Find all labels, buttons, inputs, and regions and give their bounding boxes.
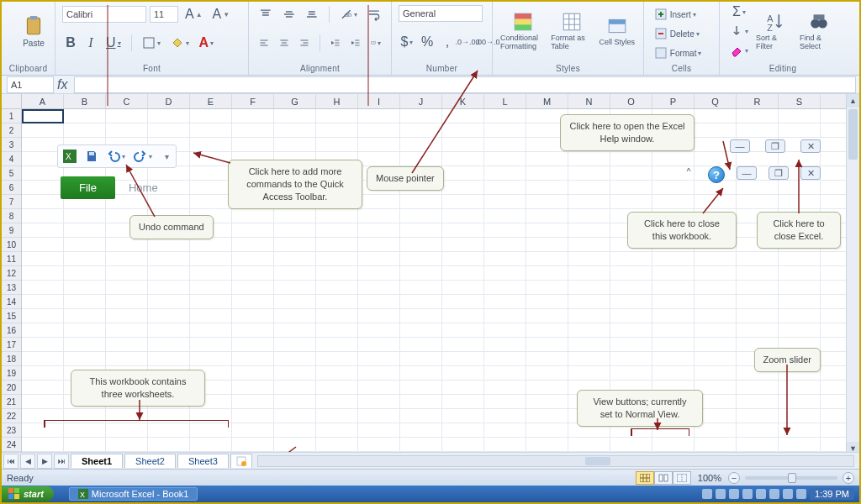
column-header[interactable]: S — [779, 94, 821, 108]
file-tab[interactable]: File — [61, 176, 115, 199]
restore-excel-button[interactable]: ❐ — [765, 139, 785, 153]
row-header[interactable]: 10 — [2, 238, 21, 252]
row-header[interactable]: 13 — [2, 281, 21, 295]
increase-decimal-button[interactable]: .0→.00 — [459, 33, 476, 51]
save-button[interactable] — [82, 147, 102, 165]
column-header[interactable]: I — [358, 94, 400, 108]
row-header[interactable]: 7 — [2, 195, 21, 209]
format-button[interactable]: Format▾ — [651, 44, 720, 62]
align-right-button[interactable] — [296, 34, 313, 52]
tray-icon[interactable] — [783, 489, 793, 499]
row-header[interactable]: 2 — [2, 123, 21, 138]
sort-filter-button[interactable]: AZ Sort & Filter — [755, 5, 795, 57]
row-header[interactable]: 14 — [2, 295, 21, 309]
tray-icon[interactable] — [756, 489, 766, 499]
row-header[interactable]: 17 — [2, 338, 21, 352]
align-left-button[interactable] — [256, 34, 272, 52]
excel-app-icon[interactable]: X — [60, 147, 80, 165]
currency-button[interactable]: $▾ — [399, 33, 415, 51]
insert-button[interactable]: Insert▾ — [651, 5, 720, 24]
delete-button[interactable]: Delete▾ — [651, 24, 720, 43]
percent-button[interactable]: % — [419, 33, 436, 51]
column-header[interactable]: L — [484, 94, 526, 108]
column-header[interactable]: M — [526, 94, 568, 108]
orientation-button[interactable]: ab▾ — [336, 5, 362, 24]
minimize-workbook-button[interactable]: — — [737, 166, 757, 180]
font-size-input[interactable] — [150, 6, 178, 23]
align-middle-button[interactable] — [279, 5, 299, 24]
tray-icon[interactable] — [729, 489, 739, 499]
name-box[interactable] — [7, 76, 54, 93]
column-header[interactable]: D — [148, 94, 190, 108]
taskbar-clock[interactable]: 1:39 PM — [810, 488, 854, 500]
clear-button[interactable]: ▾ — [726, 41, 752, 60]
decrease-font-button[interactable]: A▼ — [209, 5, 234, 24]
row-header[interactable]: 1 — [2, 109, 21, 123]
row-headers[interactable]: 123456789101112131415161718192021222324 — [2, 109, 22, 455]
zoom-slider-knob[interactable] — [788, 473, 796, 483]
italic-button[interactable]: I — [82, 34, 99, 52]
font-name-input[interactable] — [62, 6, 146, 23]
comma-button[interactable]: , — [439, 33, 456, 51]
align-top-button[interactable] — [256, 5, 276, 24]
sheet-tab-2[interactable]: Sheet2 — [124, 454, 176, 468]
column-header[interactable]: N — [568, 94, 610, 108]
conditional-formatting-button[interactable]: Conditional Formatting — [499, 5, 547, 57]
column-header[interactable]: O — [610, 94, 652, 108]
tray-icon[interactable] — [742, 489, 753, 499]
decrease-indent-button[interactable] — [327, 34, 344, 52]
column-header[interactable]: H — [316, 94, 358, 108]
zoom-percent[interactable]: 100% — [698, 473, 721, 483]
start-button[interactable]: start — [2, 486, 54, 501]
ribbon-minimize-button[interactable]: ˄ — [681, 166, 696, 181]
find-select-button[interactable]: Find & Select — [799, 5, 839, 57]
number-format-select[interactable] — [399, 5, 483, 22]
sheet-tab-1[interactable]: Sheet1 — [71, 454, 123, 468]
format-table-button[interactable]: Format as Table — [550, 5, 594, 57]
row-header[interactable]: 18 — [2, 352, 21, 366]
bold-button[interactable]: B — [62, 34, 79, 52]
row-header[interactable]: 16 — [2, 323, 21, 338]
increase-font-button[interactable]: A▲ — [182, 5, 206, 24]
cell-styles-button[interactable]: Cell Styles — [598, 5, 637, 57]
align-center-button[interactable] — [276, 34, 293, 52]
row-header[interactable]: 22 — [2, 409, 21, 423]
row-header[interactable]: 11 — [2, 252, 21, 266]
row-header[interactable]: 6 — [2, 181, 21, 195]
tray-icon[interactable] — [716, 489, 726, 499]
tray-icon[interactable] — [702, 489, 712, 499]
taskbar-app-button[interactable]: X Microsoft Excel - Book1 — [69, 487, 198, 501]
paste-button[interactable]: Paste — [8, 5, 59, 57]
page-break-view-button[interactable] — [673, 471, 691, 485]
tray-icon[interactable] — [769, 489, 779, 499]
hscroll-thumb[interactable] — [585, 457, 610, 465]
vertical-scrollbar[interactable]: ▲ ▼ — [846, 94, 859, 455]
column-header[interactable]: C — [106, 94, 148, 108]
sheet-tab-3[interactable]: Sheet3 — [177, 454, 229, 468]
sheet-nav-last[interactable]: ⏭ — [54, 454, 69, 469]
tray-icon[interactable] — [796, 489, 806, 499]
align-bottom-button[interactable] — [302, 5, 322, 24]
column-header[interactable]: R — [737, 94, 779, 108]
font-color-button[interactable]: A▾ — [196, 34, 218, 52]
page-layout-view-button[interactable] — [654, 471, 673, 485]
select-all-corner[interactable] — [2, 94, 22, 109]
border-button[interactable]: ▾ — [139, 34, 164, 52]
zoom-out-button[interactable]: − — [728, 472, 740, 484]
row-header[interactable]: 4 — [2, 152, 21, 166]
fill-color-button[interactable]: ▾ — [167, 34, 193, 52]
horizontal-scrollbar[interactable] — [257, 455, 854, 467]
row-header[interactable]: 23 — [2, 423, 21, 438]
close-excel-button[interactable]: ✕ — [800, 139, 821, 153]
fill-button[interactable]: ▾ — [726, 22, 752, 40]
restore-workbook-button[interactable]: ❐ — [769, 166, 789, 180]
column-header[interactable]: G — [274, 94, 316, 108]
new-sheet-button[interactable] — [230, 454, 252, 468]
row-header[interactable]: 19 — [2, 366, 21, 381]
column-header[interactable]: Q — [695, 94, 737, 108]
row-header[interactable]: 24 — [2, 438, 21, 452]
zoom-slider[interactable] — [745, 476, 837, 480]
row-header[interactable]: 21 — [2, 395, 21, 409]
sheet-nav-first[interactable]: ⏮ — [3, 454, 18, 469]
column-header[interactable]: P — [652, 94, 695, 108]
